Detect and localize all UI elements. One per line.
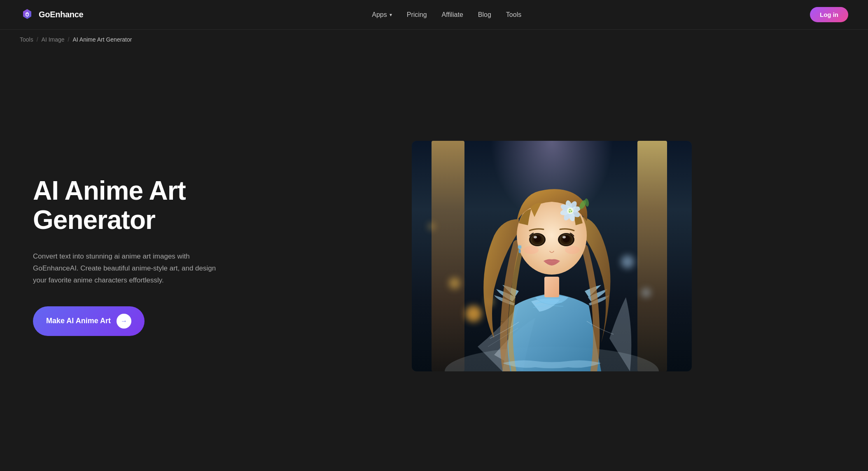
svg-point-15 [518, 245, 521, 249]
anime-scene [412, 141, 692, 371]
breadcrumb: Tools / AI Image / AI Anime Art Generato… [0, 30, 868, 49]
nav-pricing[interactable]: Pricing [407, 11, 427, 19]
svg-rect-1 [544, 277, 559, 297]
nav-affiliate[interactable]: Affiliate [442, 11, 463, 19]
logo[interactable]: GoEnhance [20, 7, 83, 22]
breadcrumb-sep-1: / [37, 36, 38, 43]
main-content: AI Anime Art Generator Convert text into… [0, 49, 868, 463]
page-description: Convert text into stunning ai anime art … [33, 251, 222, 287]
svg-point-7 [534, 236, 537, 238]
breadcrumb-sep-2: / [68, 36, 70, 43]
chevron-down-icon: ▾ [390, 12, 392, 18]
breadcrumb-tools[interactable]: Tools [20, 36, 33, 43]
nav-links: Apps ▾ Pricing Affiliate Blog Tools [372, 11, 521, 19]
cta-arrow-icon: → [117, 314, 131, 329]
breadcrumb-ai-image[interactable]: AI Image [42, 36, 65, 43]
nav-blog[interactable]: Blog [478, 11, 491, 19]
anime-image [412, 141, 692, 371]
page-title: AI Anime Art Generator [33, 176, 222, 234]
hero-left: AI Anime Art Generator Convert text into… [33, 176, 222, 336]
logo-icon [20, 7, 35, 22]
cta-button[interactable]: Make AI Anime Art → [33, 306, 145, 336]
cta-label: Make AI Anime Art [46, 317, 111, 325]
navbar: GoEnhance Apps ▾ Pricing Affiliate Blog … [0, 0, 868, 30]
svg-point-13 [524, 246, 539, 254]
nav-apps[interactable]: Apps ▾ [372, 11, 392, 19]
logo-text: GoEnhance [39, 10, 83, 19]
svg-point-12 [562, 236, 566, 238]
breadcrumb-current: AI Anime Art Generator [73, 36, 132, 43]
svg-point-16 [519, 249, 521, 253]
svg-point-14 [565, 246, 580, 254]
nav-tools[interactable]: Tools [506, 11, 521, 19]
login-button[interactable]: Log in [810, 7, 848, 22]
hero-image-section [255, 141, 848, 371]
anime-character-svg [412, 141, 692, 371]
